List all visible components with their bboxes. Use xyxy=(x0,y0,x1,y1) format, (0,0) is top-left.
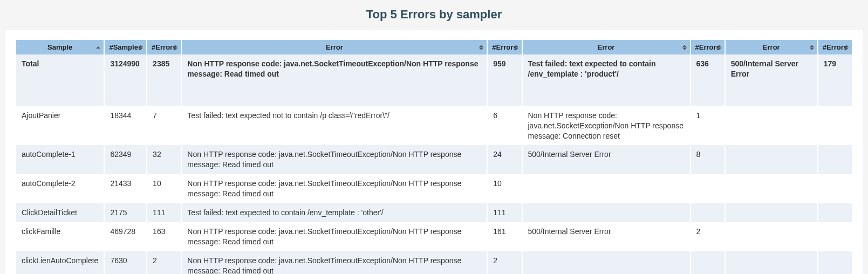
cell-e2: 500/Internal Server Error xyxy=(523,222,690,251)
col-header-error-1[interactable]: Error xyxy=(182,40,487,54)
cell-errors: 32 xyxy=(147,145,181,174)
cell-errors: 7 xyxy=(147,106,181,146)
cell-samples: 21433 xyxy=(105,174,146,203)
col-header-errcount-2[interactable]: #Errors xyxy=(691,40,725,54)
cell-c2: 636 xyxy=(691,54,725,106)
cell-c1: 161 xyxy=(488,222,521,251)
report-title: Top 5 Errors by sampler xyxy=(5,8,863,22)
cell-c2: 1 xyxy=(691,106,725,146)
cell-e2: Non HTTP response code: java.net.SocketE… xyxy=(523,106,690,146)
cell-c1: 6 xyxy=(488,106,521,146)
cell-c3 xyxy=(818,222,852,251)
cell-sample: clickFamille xyxy=(16,222,104,251)
cell-c2 xyxy=(691,203,725,222)
table-row: Total31249902385Non HTTP response code: … xyxy=(16,54,852,106)
cell-samples: 62349 xyxy=(105,145,146,174)
cell-c3: 179 xyxy=(818,54,852,106)
cell-c2: 2 xyxy=(691,222,725,251)
cell-sample: clickLienAutoComplete xyxy=(16,251,104,274)
col-header-error-2[interactable]: Error xyxy=(523,40,690,54)
table-row: AjoutPanier183447Test failed: text expec… xyxy=(16,106,852,146)
table-row: autoComplete-16234932Non HTTP response c… xyxy=(16,145,852,174)
cell-e1: Test failed: text expected to contain /e… xyxy=(182,203,487,222)
cell-c1: 2 xyxy=(488,251,521,274)
cell-c1: 10 xyxy=(488,174,521,203)
cell-c1: 24 xyxy=(488,145,521,174)
cell-e2: 500/Internal Server Error xyxy=(523,145,690,174)
title-area: Top 5 Errors by sampler xyxy=(5,0,863,30)
col-header-error-3[interactable]: Error xyxy=(726,40,817,54)
cell-c1: 959 xyxy=(488,54,521,106)
report-container: Top 5 Errors by sampler Sample #Samples … xyxy=(0,0,868,274)
cell-e3 xyxy=(726,203,817,222)
sort-icon xyxy=(717,45,721,50)
cell-samples: 18344 xyxy=(105,106,146,146)
cell-e1: Test failed: text expected not to contai… xyxy=(182,106,487,146)
table-panel: Sample #Samples #Errors Error xyxy=(5,30,863,274)
cell-errors: 10 xyxy=(147,174,181,203)
col-header-label: #Samples xyxy=(109,43,142,51)
sort-icon xyxy=(514,45,518,50)
sort-icon xyxy=(844,45,849,50)
sort-icon xyxy=(173,45,177,50)
cell-e3 xyxy=(726,174,817,203)
table-row: clickLienAutoComplete76302Non HTTP respo… xyxy=(16,251,852,274)
sort-icon xyxy=(479,45,483,50)
cell-c1: 111 xyxy=(488,203,521,222)
cell-samples: 2175 xyxy=(105,203,146,222)
cell-c3 xyxy=(818,106,852,146)
cell-samples: 7630 xyxy=(105,251,146,274)
cell-c3 xyxy=(818,203,852,222)
cell-errors: 2 xyxy=(147,251,181,274)
cell-errors: 111 xyxy=(147,203,181,222)
cell-sample: autoComplete-1 xyxy=(16,145,104,174)
cell-errors: 163 xyxy=(147,222,181,251)
cell-samples: 3124990 xyxy=(105,54,146,106)
col-header-label: Error xyxy=(598,43,615,51)
cell-e1: Non HTTP response code: java.net.SocketT… xyxy=(182,54,487,106)
col-header-sample[interactable]: Sample xyxy=(16,40,104,54)
cell-e2: Test failed: text expected to contain /e… xyxy=(523,54,690,106)
cell-e2 xyxy=(523,174,690,203)
cell-e1: Non HTTP response code: java.net.SocketT… xyxy=(182,251,487,274)
cell-c2: 8 xyxy=(691,145,725,174)
sort-icon xyxy=(810,45,814,50)
cell-e3 xyxy=(726,145,817,174)
cell-e3 xyxy=(726,222,817,251)
sort-icon xyxy=(682,45,687,50)
col-header-errcount-3[interactable]: #Errors xyxy=(818,40,852,54)
cell-samples: 469728 xyxy=(105,222,146,251)
col-header-label: Error xyxy=(763,43,780,51)
cell-e1: Non HTTP response code: java.net.SocketT… xyxy=(182,222,487,251)
table-header-row: Sample #Samples #Errors Error xyxy=(16,40,852,54)
cell-e3 xyxy=(726,251,817,274)
cell-sample: autoComplete-2 xyxy=(16,174,104,203)
table-row: autoComplete-22143310Non HTTP response c… xyxy=(16,174,852,203)
cell-c2 xyxy=(691,251,725,274)
col-header-label: Sample xyxy=(47,43,72,51)
cell-c3 xyxy=(818,251,852,274)
cell-sample: Total xyxy=(16,54,104,106)
cell-sample: ClickDetailTicket xyxy=(16,203,104,222)
cell-sample: AjoutPanier xyxy=(16,106,104,146)
cell-errors: 2385 xyxy=(147,54,181,106)
table-body: Total31249902385Non HTTP response code: … xyxy=(16,54,852,274)
cell-e2 xyxy=(523,251,690,274)
cell-e1: Non HTTP response code: java.net.SocketT… xyxy=(182,174,487,203)
col-header-errors[interactable]: #Errors xyxy=(147,40,181,54)
cell-e3 xyxy=(726,106,817,146)
table-row: clickFamille469728163Non HTTP response c… xyxy=(16,222,852,251)
col-header-label: Error xyxy=(326,43,343,51)
col-header-samples[interactable]: #Samples xyxy=(105,40,146,54)
cell-e3: 500/Internal Server Error xyxy=(726,54,817,106)
sort-icon xyxy=(96,46,100,49)
cell-c2 xyxy=(691,174,725,203)
cell-c3 xyxy=(818,145,852,174)
cell-e2 xyxy=(523,203,690,222)
cell-e1: Non HTTP response code: java.net.SocketT… xyxy=(182,145,487,174)
cell-c3 xyxy=(818,174,852,203)
errors-table: Sample #Samples #Errors Error xyxy=(15,40,853,274)
col-header-errcount-1[interactable]: #Errors xyxy=(488,40,521,54)
sort-icon xyxy=(139,45,143,50)
table-row: ClickDetailTicket2175111Test failed: tex… xyxy=(16,203,852,222)
